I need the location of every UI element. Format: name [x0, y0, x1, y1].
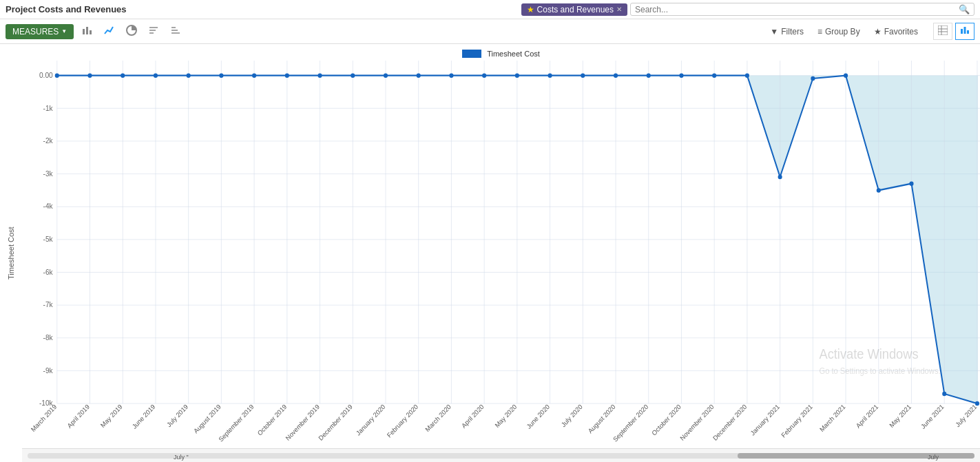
scrollbar-label-left: July ": [174, 454, 189, 461]
search-bar[interactable]: 🔍: [630, 3, 974, 16]
line-chart-icon-button[interactable]: [101, 23, 118, 40]
scrollbar-thumb[interactable]: [738, 453, 974, 459]
svg-rect-2: [90, 30, 92, 34]
svg-text:May 2019: May 2019: [99, 403, 124, 429]
search-input[interactable]: [635, 5, 959, 14]
svg-text:December 2019: December 2019: [317, 403, 353, 442]
svg-text:July 2021: July 2021: [954, 403, 978, 428]
group-by-icon: ≡: [817, 27, 822, 36]
svg-text:February 2020: February 2020: [386, 403, 420, 439]
page-title: Project Costs and Revenues: [6, 4, 127, 14]
svg-point-93: [811, 76, 815, 81]
svg-point-80: [384, 73, 388, 77]
svg-point-92: [778, 175, 782, 179]
svg-text:-5k: -5k: [43, 235, 54, 243]
svg-point-74: [187, 73, 191, 77]
sort-desc-icon-button[interactable]: [167, 23, 184, 40]
svg-point-95: [877, 188, 881, 192]
svg-text:October 2019: October 2019: [256, 403, 289, 437]
svg-point-97: [942, 392, 946, 396]
filters-button[interactable]: ▼ Filters: [766, 25, 808, 38]
svg-point-85: [548, 73, 552, 77]
sort-asc-icon-button[interactable]: [145, 23, 162, 40]
svg-text:-1k: -1k: [43, 104, 54, 112]
favorites-label: Favorites: [884, 27, 918, 36]
measures-button[interactable]: MEASURES ▼: [6, 24, 74, 39]
legend-color-swatch: [462, 50, 481, 58]
svg-point-76: [252, 73, 256, 77]
svg-text:0.00: 0.00: [39, 72, 53, 79]
svg-rect-0: [83, 29, 85, 34]
svg-text:Activate Windows: Activate Windows: [819, 347, 918, 362]
svg-text:Go to Settings to activate Win: Go to Settings to activate Windows.: [819, 366, 940, 375]
svg-text:April 2020: April 2020: [460, 403, 486, 430]
svg-point-91: [745, 73, 749, 77]
svg-point-94: [844, 73, 848, 77]
svg-point-86: [581, 73, 585, 77]
svg-point-73: [154, 73, 158, 77]
svg-point-72: [121, 73, 125, 77]
table-view-button[interactable]: [933, 23, 952, 40]
svg-text:June 2020: June 2020: [525, 403, 551, 430]
svg-rect-16: [967, 30, 969, 34]
filter-icon: ▼: [770, 27, 778, 36]
legend-label: Timesheet Cost: [487, 50, 540, 58]
tab-label: Costs and Revenues: [537, 5, 614, 14]
svg-text:-4k: -4k: [43, 202, 54, 210]
svg-point-71: [87, 73, 92, 77]
svg-text:August 2020: August 2020: [587, 403, 617, 435]
filters-label: Filters: [781, 27, 804, 36]
svg-rect-1: [86, 27, 88, 34]
svg-text:June 2021: June 2021: [919, 403, 946, 430]
svg-text:March 2019: March 2019: [30, 403, 59, 433]
svg-text:April 2019: April 2019: [65, 403, 91, 430]
chart-container: Timesheet Cost Timesheet Cost 0.00: [0, 44, 980, 462]
group-by-button[interactable]: ≡ Group By: [813, 25, 864, 38]
svg-text:-7k: -7k: [43, 301, 54, 308]
pie-chart-icon-button[interactable]: [123, 23, 140, 40]
active-tab[interactable]: ★ Costs and Revenues ✕: [521, 3, 627, 16]
toolbar: MEASURES ▼ ▼ Filters ≡ Group By ★ Favori…: [0, 19, 980, 44]
svg-text:November 2019: November 2019: [284, 403, 320, 442]
measures-arrow-icon: ▼: [61, 28, 67, 34]
chart-plot: 0.00 -1k -2k -3k -4k -5k -6k: [22, 61, 980, 448]
chart-view-button[interactable]: [955, 23, 974, 40]
svg-point-98: [975, 401, 979, 406]
svg-rect-15: [964, 27, 966, 34]
svg-point-82: [449, 73, 453, 77]
svg-point-89: [679, 73, 683, 77]
favorites-button[interactable]: ★ Favorites: [870, 25, 922, 38]
svg-text:June 2019: June 2019: [131, 403, 157, 430]
view-toggle: [933, 23, 974, 40]
search-icon: 🔍: [959, 4, 970, 14]
bar-chart-icon-button[interactable]: [79, 23, 96, 40]
star-icon: ★: [527, 5, 534, 14]
group-by-label: Group By: [825, 27, 860, 36]
svg-point-90: [712, 73, 716, 77]
scrollbar-track[interactable]: [28, 453, 974, 459]
svg-text:August 2019: August 2019: [192, 403, 222, 435]
svg-text:-8k: -8k: [43, 334, 54, 342]
chart-legend: Timesheet Cost: [22, 44, 980, 61]
svg-text:July 2020: July 2020: [559, 403, 583, 428]
y-axis-label: Timesheet Cost: [0, 44, 22, 462]
svg-text:February 2021: February 2021: [780, 403, 814, 439]
svg-text:November 2020: November 2020: [678, 403, 715, 442]
svg-rect-10: [938, 25, 948, 35]
svg-text:September 2019: September 2019: [217, 403, 255, 443]
measures-label: MEASURES: [12, 27, 59, 36]
svg-text:January 2020: January 2020: [355, 403, 387, 437]
svg-text:December 2020: December 2020: [711, 403, 748, 442]
svg-rect-14: [961, 29, 963, 34]
svg-point-83: [482, 73, 486, 77]
svg-text:March 2020: March 2020: [424, 403, 452, 433]
svg-point-87: [614, 73, 618, 77]
line-chart-svg: 0.00 -1k -2k -3k -4k -5k -6k: [22, 61, 980, 448]
scrollbar-area[interactable]: July " July: [22, 448, 980, 462]
chart-inner: Timesheet Cost 0.00 -1k -2k: [22, 44, 980, 462]
close-tab-button[interactable]: ✕: [616, 6, 622, 13]
svg-text:September 2020: September 2020: [612, 403, 649, 443]
svg-text:May 2020: May 2020: [493, 403, 518, 429]
svg-text:-2k: -2k: [43, 137, 54, 145]
svg-text:-3k: -3k: [43, 170, 54, 178]
